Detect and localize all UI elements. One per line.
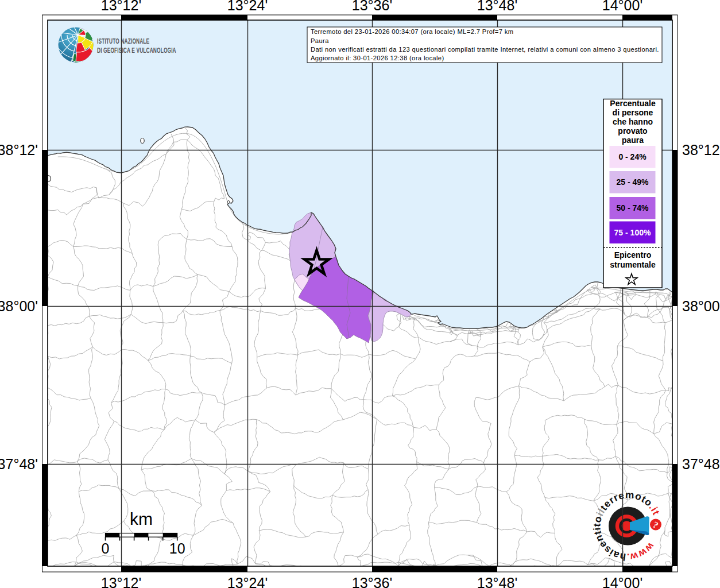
svg-text:38°00': 38°00' — [0, 298, 38, 314]
svg-text:Epicentro: Epicentro — [614, 250, 652, 260]
svg-text:ISTITUTO NAZIONALE: ISTITUTO NAZIONALE — [97, 37, 150, 45]
svg-text:13°36': 13°36' — [352, 575, 392, 588]
svg-text:Percentuale: Percentuale — [610, 99, 656, 108]
svg-text:0: 0 — [102, 540, 110, 556]
svg-text:14°00': 14°00' — [602, 0, 642, 13]
svg-text:Aggiornato il: 30-01-2026 12:3: Aggiornato il: 30-01-2026 12:38 (ora loc… — [311, 55, 444, 61]
svg-text:13°48': 13°48' — [477, 0, 517, 13]
svg-text:che hanno: che hanno — [613, 117, 653, 126]
svg-text:50 - 74%: 50 - 74% — [616, 203, 649, 212]
svg-text:Dati non verificati estratti d: Dati non verificati estratti da 123 ques… — [311, 46, 659, 53]
svg-text:Paura: Paura — [311, 37, 329, 44]
svg-text:75 - 100%: 75 - 100% — [614, 228, 651, 237]
svg-text:di persone: di persone — [613, 108, 653, 117]
svg-text:13°36': 13°36' — [352, 0, 392, 13]
svg-text:38°00': 38°00' — [682, 298, 720, 314]
svg-text:13°24': 13°24' — [227, 575, 268, 588]
svg-text:10: 10 — [169, 540, 185, 556]
svg-text:13°12': 13°12' — [101, 0, 141, 13]
svg-text:strumentale: strumentale — [610, 260, 656, 269]
svg-text:37°48': 37°48' — [682, 456, 720, 472]
svg-text:Terremoto del 23-01-2026 00:34: Terremoto del 23-01-2026 00:34:07 (ora l… — [311, 28, 514, 35]
svg-text:km: km — [130, 509, 153, 528]
svg-text:13°12': 13°12' — [101, 575, 141, 588]
svg-text:provato: provato — [618, 126, 647, 136]
svg-text:13°24': 13°24' — [227, 0, 268, 13]
svg-text:14°00': 14°00' — [602, 575, 642, 588]
svg-text:25 - 49%: 25 - 49% — [616, 177, 649, 187]
svg-text:37°48': 37°48' — [0, 456, 38, 472]
svg-text:38°12': 38°12' — [682, 142, 720, 158]
svg-text:DI GEOFISICA E VULCANOLOGIA: DI GEOFISICA E VULCANOLOGIA — [97, 46, 176, 54]
svg-text:0 - 24%: 0 - 24% — [618, 152, 647, 161]
svg-text:paura: paura — [622, 136, 644, 145]
svg-text:13°48': 13°48' — [477, 575, 517, 588]
svg-text:38°12': 38°12' — [0, 142, 38, 158]
